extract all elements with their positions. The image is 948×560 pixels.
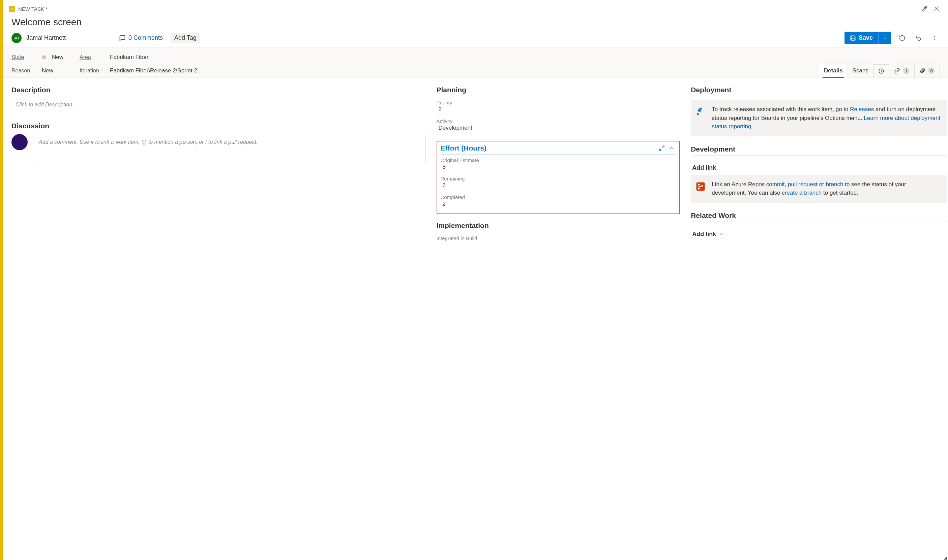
comment-icon (119, 35, 126, 42)
more-actions-button[interactable] (929, 33, 940, 43)
dev-text-2: , (785, 181, 788, 188)
priority-label: Priority (437, 100, 680, 105)
integrated-in-build-label: Integrated in Build (437, 235, 680, 241)
refresh-icon (899, 35, 906, 42)
tab-details[interactable]: Details (819, 64, 848, 77)
reason-label: Reason (11, 68, 42, 74)
section-development-title: Development (691, 145, 946, 153)
section-planning-title: Planning (437, 86, 680, 94)
chevron-up-icon (669, 146, 674, 151)
svg-point-0 (934, 36, 935, 36)
work-item-title[interactable]: Welcome screen (11, 17, 943, 28)
iteration-label: Iteration (80, 68, 110, 74)
deployment-text-pre: To track releases associated with this w… (712, 106, 850, 112)
current-user-avatar (11, 134, 28, 150)
more-vertical-icon (931, 35, 937, 41)
effort-collapse-button[interactable] (667, 146, 676, 151)
state-value[interactable]: New (52, 54, 63, 61)
save-chevron-button[interactable] (878, 32, 891, 44)
deployment-callout: To track releases associated with this w… (691, 100, 946, 136)
tab-history[interactable] (874, 64, 889, 77)
link-icon (894, 68, 900, 74)
remaining-label: Remaining (441, 176, 676, 182)
area-label: Area (80, 54, 110, 60)
effort-expand-button[interactable] (657, 145, 667, 151)
effort-group-highlight: Effort (Hours) Original Estimate 8 Remai… (437, 141, 680, 214)
svg-point-7 (698, 188, 700, 189)
svg-point-1 (934, 37, 935, 38)
expand-icon (659, 145, 665, 151)
divider (437, 96, 680, 96)
state-dot-icon (42, 55, 46, 59)
close-icon[interactable] (931, 3, 943, 15)
section-discussion-title: Discussion (11, 122, 426, 130)
divider (437, 232, 680, 232)
completed-label: Completed (441, 194, 676, 200)
links-count-badge: 1 (903, 67, 909, 74)
original-estimate-label: Original Estimate (441, 157, 676, 163)
effort-title: Effort (Hours) (441, 144, 486, 152)
save-button[interactable]: Save (845, 32, 878, 44)
tab-links[interactable]: 1 (889, 64, 915, 77)
tab-scans[interactable]: Scans (848, 64, 874, 77)
description-input[interactable]: Click to add Description. (11, 100, 426, 110)
save-split-button[interactable]: Save (845, 32, 891, 44)
resize-handle-icon[interactable]: ◢ (943, 555, 947, 560)
remaining-value[interactable]: 6 (441, 182, 676, 192)
rocket-icon (695, 105, 707, 131)
comments-link[interactable]: 0 Comments (119, 34, 163, 42)
development-add-link[interactable]: Add link (692, 164, 716, 171)
branch-icon (695, 180, 707, 197)
activity-value[interactable]: Development (437, 124, 680, 134)
divider (691, 96, 946, 96)
reason-value[interactable]: New (42, 67, 53, 74)
priority-value[interactable]: 2 (437, 105, 680, 115)
add-link-label: Add link (692, 164, 716, 171)
original-estimate-value[interactable]: 8 (441, 163, 676, 173)
commit-link[interactable]: commit (766, 181, 785, 188)
discussion-input[interactable]: Add a comment. Use # to link a work item… (33, 134, 426, 164)
attachment-icon (919, 68, 925, 74)
chevron-down-icon (883, 36, 887, 40)
state-label: State (11, 54, 42, 60)
svg-point-4 (701, 109, 702, 111)
tab-attachments[interactable]: 0 (915, 64, 940, 77)
undo-icon (915, 35, 922, 42)
dev-text-3: or (818, 181, 826, 188)
divider (691, 222, 946, 222)
divider (11, 96, 426, 96)
svg-point-6 (698, 183, 700, 185)
section-description-title: Description (11, 86, 426, 94)
attachments-count-badge: 0 (928, 67, 935, 74)
revert-button[interactable] (913, 33, 924, 43)
section-implementation-title: Implementation (437, 222, 680, 230)
completed-value[interactable]: 2 (441, 200, 676, 210)
add-tag-button[interactable]: Add Tag (171, 33, 200, 43)
section-deployment-title: Deployment (691, 86, 946, 94)
iteration-value[interactable]: Fabrikam Fiber\Release 2\Sprint 2 (110, 67, 197, 74)
activity-label: Activity (437, 118, 680, 124)
task-type-icon (9, 6, 15, 12)
development-callout: Link an Azure Repos commit, pull request… (691, 175, 946, 203)
create-branch-link[interactable]: create a branch (782, 189, 821, 196)
comments-count-text: 0 Comments (128, 34, 163, 42)
related-work-add-link[interactable]: Add link (692, 231, 724, 238)
assignee-avatar[interactable]: JH (11, 33, 22, 43)
add-link-label: Add link (692, 231, 716, 238)
maximize-icon[interactable] (918, 3, 931, 15)
section-related-work-title: Related Work (691, 211, 946, 220)
dev-text-5: to get started. (821, 189, 858, 196)
save-button-label: Save (858, 34, 873, 42)
pull-request-link[interactable]: pull request (788, 181, 818, 188)
refresh-button[interactable] (897, 33, 908, 43)
releases-link[interactable]: Releases (850, 106, 874, 112)
assignee-name[interactable]: Jamal Hartnett (26, 34, 66, 42)
svg-point-2 (934, 39, 935, 40)
save-icon (850, 35, 856, 41)
branch-link[interactable]: branch (826, 181, 843, 188)
area-value[interactable]: Fabrikam Fiber (110, 54, 148, 61)
work-item-type-label: NEW TASK * (18, 6, 48, 12)
dev-text-1: Link an Azure Repos (712, 181, 766, 188)
chevron-down-icon (719, 232, 724, 236)
history-icon (878, 68, 884, 74)
